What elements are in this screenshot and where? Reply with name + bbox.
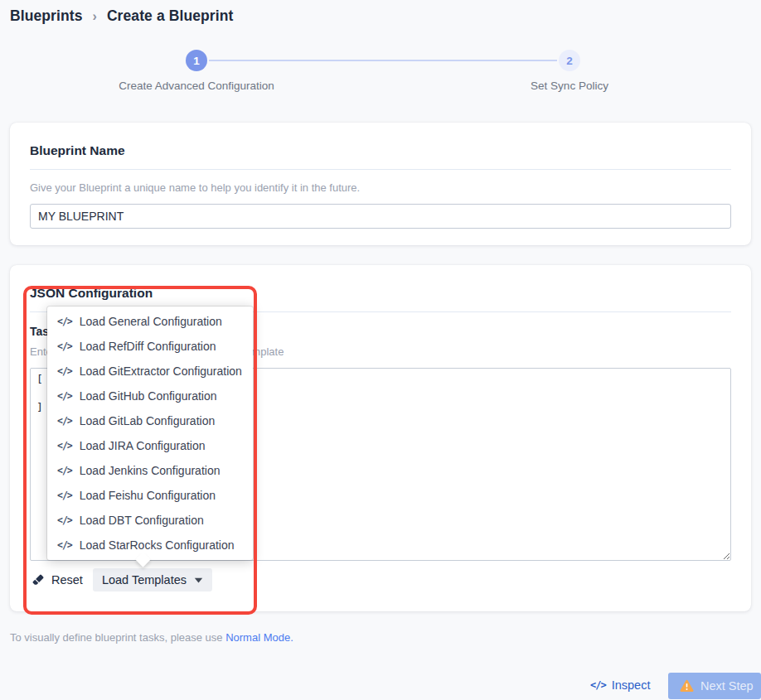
page-title: Create a Blueprint [107, 7, 234, 25]
menu-item-load-gitextractor[interactable]: </> Load GitExtractor Configuration [47, 359, 253, 384]
breadcrumb: Blueprints › Create a Blueprint [10, 7, 233, 25]
editor-actions-row: Reset Load Templates [30, 568, 731, 591]
json-configuration-title: JSON Configuration [30, 265, 731, 301]
create-blueprint-page: { "breadcrumb": { "section": "Blueprints… [0, 0, 761, 700]
next-step-button-label: Next Step [700, 679, 754, 693]
code-icon: </> [57, 390, 72, 402]
blueprint-name-card: Blueprint Name Give your Blueprint a uni… [10, 123, 751, 245]
caret-down-icon [194, 577, 203, 583]
normal-mode-hint-text: To visually define blueprint tasks, plea… [10, 631, 225, 644]
blueprint-name-input[interactable] [30, 204, 731, 229]
menu-item-load-jenkins[interactable]: </> Load Jenkins Configuration [47, 458, 253, 483]
load-templates-label: Load Templates [102, 573, 187, 587]
normal-mode-hint: To visually define blueprint tasks, plea… [10, 631, 293, 644]
code-icon: </> [57, 514, 72, 526]
code-icon: </> [57, 365, 72, 377]
next-step-button[interactable]: Next Step [668, 673, 761, 699]
menu-item-load-general[interactable]: </> Load General Configuration [47, 309, 253, 334]
code-icon: </> [57, 440, 72, 451]
step-2-indicator: 2 [559, 50, 580, 71]
divider [30, 169, 731, 170]
eraser-icon [32, 573, 45, 587]
chevron-right-icon: › [93, 8, 97, 24]
stepper-connector [209, 60, 557, 61]
reset-button-label: Reset [51, 573, 83, 587]
menu-item-load-starrocks[interactable]: </> Load StarRocks Configuration [47, 533, 253, 558]
blueprint-name-title: Blueprint Name [30, 123, 731, 158]
load-templates-menu: </> Load General Configuration </> Load … [47, 307, 253, 560]
code-icon: </> [57, 490, 72, 501]
menu-item-load-feishu[interactable]: </> Load Feishu Configuration [47, 483, 253, 508]
step-2-label: Set Sync Policy [531, 80, 608, 92]
menu-item-load-jira[interactable]: </> Load JIRA Configuration [47, 433, 253, 458]
code-icon: </> [57, 316, 72, 327]
reset-button[interactable]: Reset [30, 573, 85, 587]
blueprint-name-description: Give your Blueprint a unique name to hel… [30, 181, 731, 194]
menu-item-load-gitlab[interactable]: </> Load GitLab Configuration [47, 408, 253, 433]
breadcrumb-blueprints[interactable]: Blueprints [10, 7, 83, 25]
load-templates-button[interactable]: Load Templates [93, 568, 212, 591]
normal-mode-link[interactable]: Normal Mode. [225, 631, 293, 644]
menu-item-load-refdiff[interactable]: </> Load RefDiff Configuration [47, 334, 253, 359]
code-icon: </> [57, 465, 72, 476]
step-1-indicator: 1 [186, 50, 207, 71]
menu-item-load-github[interactable]: </> Load GitHub Configuration [47, 384, 253, 408]
inspect-button-label: Inspect [612, 678, 651, 692]
step-1-label: Create Advanced Configuration [119, 80, 274, 92]
code-icon: </> [590, 679, 606, 691]
code-icon: </> [57, 340, 72, 352]
code-icon: </> [57, 415, 72, 427]
menu-item-load-dbt[interactable]: </> Load DBT Configuration [47, 508, 253, 533]
warning-icon [680, 679, 694, 693]
inspect-button[interactable]: </> Inspect [590, 678, 650, 692]
code-icon: </> [57, 539, 72, 551]
